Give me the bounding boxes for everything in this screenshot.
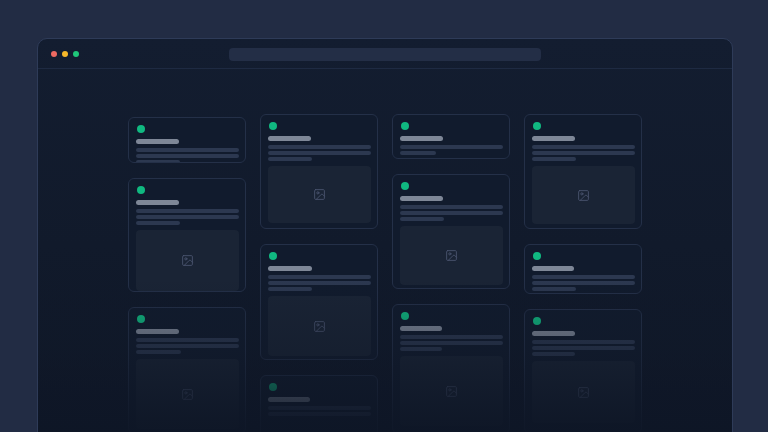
- status-dot-icon: [137, 315, 145, 323]
- skeleton-title: [268, 266, 312, 271]
- status-dot-icon: [533, 317, 541, 325]
- feed-card[interactable]: [260, 244, 378, 360]
- skeleton-line: [400, 347, 442, 351]
- image-placeholder: [400, 226, 503, 285]
- skeleton-line: [400, 335, 503, 339]
- skeleton-line: [268, 287, 312, 291]
- skeleton-line: [400, 211, 503, 215]
- skeleton-line: [136, 209, 239, 213]
- skeleton-line: [268, 406, 371, 410]
- image-placeholder: [136, 230, 239, 291]
- image-icon: [181, 254, 194, 267]
- feed-column-4: [524, 114, 642, 432]
- skeleton-line: [268, 145, 371, 149]
- feed-card[interactable]: [524, 244, 642, 294]
- skeleton-line: [136, 350, 181, 354]
- skeleton-line: [532, 287, 576, 291]
- skeleton-title: [136, 139, 179, 144]
- status-dot-icon: [401, 182, 409, 190]
- image-icon: [445, 249, 458, 262]
- skeleton-title: [136, 200, 179, 205]
- feed-card[interactable]: [524, 309, 642, 432]
- skeleton-title: [136, 329, 179, 334]
- image-placeholder: [532, 166, 635, 224]
- image-placeholder: [532, 361, 635, 423]
- skeleton-line: [400, 151, 436, 155]
- skeleton-title: [268, 136, 311, 141]
- skeleton-line: [268, 412, 371, 416]
- status-dot-icon: [269, 122, 277, 130]
- status-dot-icon: [137, 186, 145, 194]
- status-dot-icon: [269, 383, 277, 391]
- feed-card[interactable]: [260, 114, 378, 229]
- image-placeholder: [400, 356, 503, 426]
- browser-content: [38, 69, 732, 432]
- image-placeholder: [268, 296, 371, 356]
- feed-card[interactable]: [128, 307, 246, 432]
- image-placeholder: [268, 166, 371, 223]
- skeleton-line: [400, 205, 503, 209]
- skeleton-line: [400, 145, 503, 149]
- image-icon: [313, 320, 326, 333]
- feed-card[interactable]: [392, 174, 510, 289]
- status-dot-icon: [269, 252, 277, 260]
- skeleton-line: [268, 281, 371, 285]
- skeleton-title: [532, 266, 574, 271]
- feed-card[interactable]: [392, 114, 510, 159]
- skeleton-line: [136, 221, 180, 225]
- browser-titlebar[interactable]: [38, 39, 732, 69]
- image-icon: [445, 385, 458, 398]
- feed-card[interactable]: [128, 178, 246, 292]
- image-icon: [577, 386, 590, 399]
- skeleton-line: [136, 148, 239, 152]
- skeleton-line: [400, 217, 444, 221]
- feed-column-3: [392, 114, 510, 432]
- skeleton-line: [268, 157, 312, 161]
- skeleton-title: [400, 136, 443, 141]
- skeleton-line: [532, 275, 635, 279]
- feed-card[interactable]: [128, 117, 246, 163]
- skeleton-line: [400, 341, 503, 345]
- status-dot-icon: [137, 125, 145, 133]
- skeleton-line: [532, 352, 575, 356]
- skeleton-line: [136, 160, 180, 163]
- skeleton-line: [136, 215, 239, 219]
- skeleton-title: [400, 196, 443, 201]
- feed-column-1: [128, 117, 246, 432]
- feed-card[interactable]: [260, 375, 378, 432]
- feed-grid: [128, 69, 642, 432]
- maximize-window-button[interactable]: [73, 51, 79, 57]
- skeleton-title: [268, 397, 310, 402]
- skeleton-line: [532, 281, 635, 285]
- skeleton-line: [136, 338, 239, 342]
- url-bar[interactable]: [229, 48, 541, 61]
- skeleton-line: [532, 346, 635, 350]
- status-dot-icon: [533, 122, 541, 130]
- skeleton-line: [136, 154, 239, 158]
- skeleton-line: [532, 340, 635, 344]
- skeleton-title: [532, 331, 575, 336]
- skeleton-line: [532, 145, 635, 149]
- feed-column-2: [260, 114, 378, 432]
- skeleton-line: [268, 151, 371, 155]
- skeleton-line: [532, 157, 576, 161]
- skeleton-line: [532, 151, 635, 155]
- status-dot-icon: [401, 122, 409, 130]
- skeleton-line: [268, 275, 371, 279]
- minimize-window-button[interactable]: [62, 51, 68, 57]
- skeleton-line: [136, 344, 239, 348]
- image-icon: [577, 189, 590, 202]
- image-icon: [313, 188, 326, 201]
- traffic-lights: [51, 51, 79, 57]
- feed-card[interactable]: [524, 114, 642, 229]
- status-dot-icon: [533, 252, 541, 260]
- skeleton-title: [532, 136, 575, 141]
- skeleton-title: [400, 326, 442, 331]
- browser-window: [37, 38, 733, 432]
- feed-card[interactable]: [392, 304, 510, 432]
- image-placeholder: [136, 359, 239, 429]
- status-dot-icon: [401, 312, 409, 320]
- image-icon: [181, 388, 194, 401]
- close-window-button[interactable]: [51, 51, 57, 57]
